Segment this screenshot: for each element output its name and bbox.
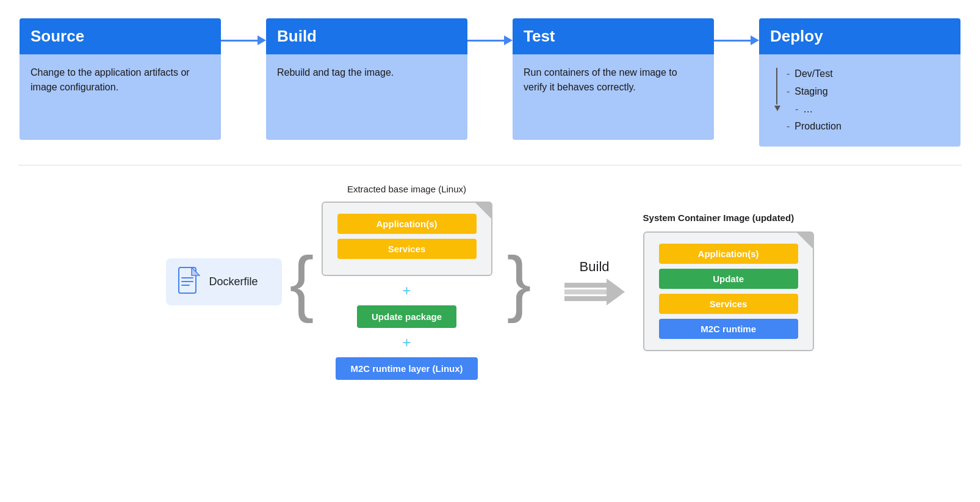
dockerfile-box: Dockerfile [166, 258, 282, 305]
big-arrow-line-middle [564, 289, 607, 294]
test-header: Test [513, 18, 714, 54]
deploy-list: Dev/Test Staging … Production [787, 65, 841, 136]
sys-applications-badge: Application(s) [659, 244, 798, 264]
pipeline-test-box: Test Run containers of the new image to … [513, 18, 714, 140]
build-header: Build [266, 18, 467, 54]
arrow-line [221, 40, 258, 42]
source-title: Source [31, 27, 84, 45]
deploy-v-line [776, 68, 777, 104]
test-title: Test [524, 27, 555, 45]
system-container-label: System Container Image (updated) [643, 213, 814, 223]
system-doc-card: Application(s) Update Services M2C runti… [643, 231, 814, 351]
system-container-block: System Container Image (updated) Applica… [643, 213, 814, 351]
deploy-item-devtest: Dev/Test [787, 65, 841, 83]
deploy-item-staging: Staging [787, 83, 841, 101]
plus-sign-1: + [402, 282, 411, 299]
deploy-item-ellipsis: … [787, 101, 841, 118]
deploy-v-arrow [774, 106, 780, 111]
m2c-runtime-badge: M2C runtime layer (Linux) [336, 357, 477, 380]
source-body: Change to the application artifacts or i… [20, 54, 221, 140]
pipeline-deploy-box: Deploy Dev/Test Staging … Production [759, 18, 960, 147]
arrow-head [258, 35, 266, 45]
base-image-doc-card: Application(s) Services [322, 202, 492, 276]
arrow-line [714, 40, 751, 42]
pipeline-build-box: Build Rebuild and tag the image. [266, 18, 467, 140]
source-header: Source [20, 18, 221, 54]
deploy-body: Dev/Test Staging … Production [759, 54, 960, 147]
source-text: Change to the application artifacts or i… [31, 65, 210, 95]
applications-badge: Application(s) [337, 214, 477, 234]
arrow-head [504, 35, 513, 45]
diagram-section: Dockerfile { Extracted base image (Linux… [0, 166, 980, 398]
build-arrow-container: Build [564, 259, 625, 305]
left-brace-container: { [289, 246, 314, 319]
arrow-source-build [221, 35, 266, 45]
pipeline-section: Source Change to the application artifac… [0, 0, 980, 165]
big-arrow-head [607, 278, 625, 305]
big-arrow [564, 278, 625, 305]
left-brace-icon: { [289, 246, 314, 319]
build-arrow-label: Build [580, 259, 610, 275]
extracted-base-label: Extracted base image (Linux) [347, 184, 466, 194]
big-arrow-line-bottom [564, 296, 607, 301]
build-text: Rebuild and tag the image. [277, 65, 456, 80]
big-arrow-lines [564, 283, 607, 301]
update-package-badge: Update package [357, 305, 456, 328]
dockerfile-label: Dockerfile [209, 275, 258, 288]
arrow-build-test [467, 35, 513, 45]
deploy-item-production: Production [787, 118, 841, 136]
services-badge: Services [337, 239, 477, 259]
build-title: Build [277, 27, 317, 45]
build-body: Rebuild and tag the image. [266, 54, 467, 140]
test-text: Run containers of the new image to verif… [524, 65, 703, 95]
deploy-arrow [770, 65, 780, 111]
plus-sign-2: + [402, 334, 411, 351]
pipeline-source-box: Source Change to the application artifac… [20, 18, 221, 140]
arrow-test-deploy [714, 35, 759, 45]
center-content-block: Extracted base image (Linux) Application… [322, 184, 492, 380]
right-brace-container: } [500, 246, 539, 319]
sys-services-badge: Services [659, 294, 798, 314]
arrow-line [467, 40, 504, 42]
sys-m2c-runtime-badge: M2C runtime [659, 319, 798, 339]
deploy-title: Deploy [770, 27, 823, 45]
test-body: Run containers of the new image to verif… [513, 54, 714, 140]
arrow-head [751, 35, 759, 45]
deploy-header: Deploy [759, 18, 960, 54]
right-brace-icon: } [507, 246, 531, 319]
sys-update-badge: Update [659, 269, 798, 289]
file-icon [178, 267, 200, 297]
big-arrow-line-top [564, 283, 607, 288]
